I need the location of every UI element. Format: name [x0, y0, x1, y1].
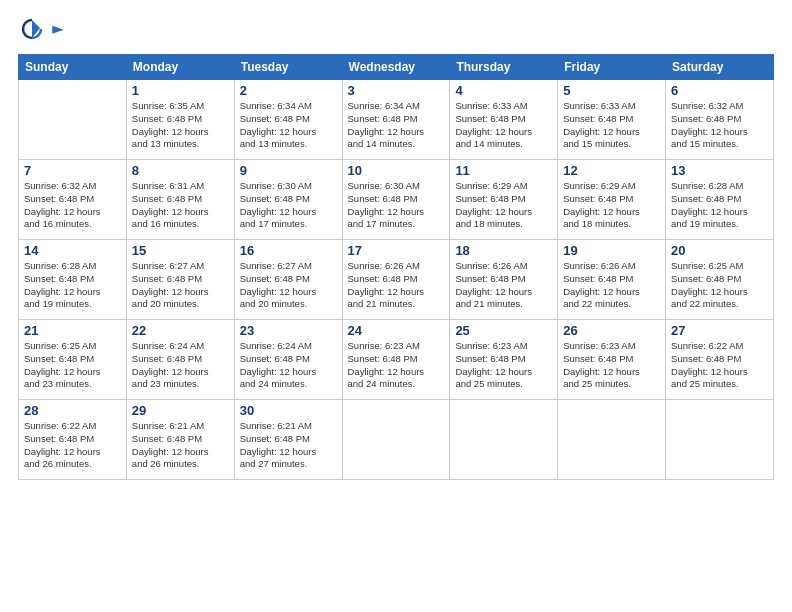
sunset-label: Sunset: 6:48 PM [240, 433, 310, 444]
weekday-header-wednesday: Wednesday [342, 55, 450, 80]
day-info: Sunrise: 6:28 AM Sunset: 6:48 PM Dayligh… [671, 180, 768, 231]
sunset-label: Sunset: 6:48 PM [455, 193, 525, 204]
day-number: 1 [132, 83, 229, 98]
calendar-cell: 24 Sunrise: 6:23 AM Sunset: 6:48 PM Dayl… [342, 320, 450, 400]
calendar-week-2: 7 Sunrise: 6:32 AM Sunset: 6:48 PM Dayli… [19, 160, 774, 240]
daylight-minutes: and 20 minutes. [132, 298, 200, 309]
daylight-minutes: and 13 minutes. [240, 138, 308, 149]
weekday-header-thursday: Thursday [450, 55, 558, 80]
calendar-cell: 13 Sunrise: 6:28 AM Sunset: 6:48 PM Dayl… [666, 160, 774, 240]
day-number: 29 [132, 403, 229, 418]
day-info: Sunrise: 6:27 AM Sunset: 6:48 PM Dayligh… [240, 260, 337, 311]
day-info: Sunrise: 6:32 AM Sunset: 6:48 PM Dayligh… [24, 180, 121, 231]
day-info: Sunrise: 6:33 AM Sunset: 6:48 PM Dayligh… [455, 100, 552, 151]
day-info: Sunrise: 6:33 AM Sunset: 6:48 PM Dayligh… [563, 100, 660, 151]
day-number: 5 [563, 83, 660, 98]
sunrise-label: Sunrise: 6:25 AM [24, 340, 96, 351]
day-number: 19 [563, 243, 660, 258]
daylight-label: Daylight: 12 hours [348, 286, 425, 297]
day-info: Sunrise: 6:23 AM Sunset: 6:48 PM Dayligh… [455, 340, 552, 391]
calendar-cell: 9 Sunrise: 6:30 AM Sunset: 6:48 PM Dayli… [234, 160, 342, 240]
day-number: 30 [240, 403, 337, 418]
day-info: Sunrise: 6:32 AM Sunset: 6:48 PM Dayligh… [671, 100, 768, 151]
daylight-minutes: and 14 minutes. [348, 138, 416, 149]
daylight-label: Daylight: 12 hours [132, 366, 209, 377]
calendar-cell: 20 Sunrise: 6:25 AM Sunset: 6:48 PM Dayl… [666, 240, 774, 320]
calendar-week-3: 14 Sunrise: 6:28 AM Sunset: 6:48 PM Dayl… [19, 240, 774, 320]
daylight-label: Daylight: 12 hours [348, 126, 425, 137]
sunset-label: Sunset: 6:48 PM [132, 193, 202, 204]
sunrise-label: Sunrise: 6:25 AM [671, 260, 743, 271]
day-info: Sunrise: 6:29 AM Sunset: 6:48 PM Dayligh… [563, 180, 660, 231]
sunset-label: Sunset: 6:48 PM [348, 113, 418, 124]
day-info: Sunrise: 6:26 AM Sunset: 6:48 PM Dayligh… [563, 260, 660, 311]
day-number: 27 [671, 323, 768, 338]
day-info: Sunrise: 6:34 AM Sunset: 6:48 PM Dayligh… [348, 100, 445, 151]
weekday-header-sunday: Sunday [19, 55, 127, 80]
sunset-label: Sunset: 6:48 PM [240, 273, 310, 284]
daylight-label: Daylight: 12 hours [24, 206, 101, 217]
sunset-label: Sunset: 6:48 PM [24, 353, 94, 364]
sunset-label: Sunset: 6:48 PM [563, 193, 633, 204]
calendar-cell: 23 Sunrise: 6:24 AM Sunset: 6:48 PM Dayl… [234, 320, 342, 400]
sunrise-label: Sunrise: 6:28 AM [671, 180, 743, 191]
day-info: Sunrise: 6:21 AM Sunset: 6:48 PM Dayligh… [240, 420, 337, 471]
calendar-cell: 4 Sunrise: 6:33 AM Sunset: 6:48 PM Dayli… [450, 80, 558, 160]
logo-icon [21, 18, 43, 40]
logo-flag-icon [49, 24, 67, 42]
calendar-week-5: 28 Sunrise: 6:22 AM Sunset: 6:48 PM Dayl… [19, 400, 774, 480]
calendar-cell: 30 Sunrise: 6:21 AM Sunset: 6:48 PM Dayl… [234, 400, 342, 480]
daylight-minutes: and 18 minutes. [563, 218, 631, 229]
daylight-label: Daylight: 12 hours [240, 446, 317, 457]
sunrise-label: Sunrise: 6:34 AM [240, 100, 312, 111]
day-info: Sunrise: 6:22 AM Sunset: 6:48 PM Dayligh… [24, 420, 121, 471]
calendar-cell: 17 Sunrise: 6:26 AM Sunset: 6:48 PM Dayl… [342, 240, 450, 320]
day-number: 17 [348, 243, 445, 258]
sunset-label: Sunset: 6:48 PM [240, 113, 310, 124]
day-info: Sunrise: 6:25 AM Sunset: 6:48 PM Dayligh… [24, 340, 121, 391]
daylight-label: Daylight: 12 hours [132, 126, 209, 137]
sunrise-label: Sunrise: 6:29 AM [563, 180, 635, 191]
daylight-minutes: and 18 minutes. [455, 218, 523, 229]
sunset-label: Sunset: 6:48 PM [455, 113, 525, 124]
day-number: 22 [132, 323, 229, 338]
daylight-label: Daylight: 12 hours [240, 286, 317, 297]
daylight-label: Daylight: 12 hours [240, 206, 317, 217]
day-number: 16 [240, 243, 337, 258]
day-number: 23 [240, 323, 337, 338]
calendar-cell: 14 Sunrise: 6:28 AM Sunset: 6:48 PM Dayl… [19, 240, 127, 320]
sunset-label: Sunset: 6:48 PM [132, 433, 202, 444]
daylight-minutes: and 24 minutes. [240, 378, 308, 389]
daylight-label: Daylight: 12 hours [348, 206, 425, 217]
daylight-minutes: and 22 minutes. [563, 298, 631, 309]
day-number: 15 [132, 243, 229, 258]
day-info: Sunrise: 6:25 AM Sunset: 6:48 PM Dayligh… [671, 260, 768, 311]
sunrise-label: Sunrise: 6:24 AM [240, 340, 312, 351]
daylight-minutes: and 17 minutes. [240, 218, 308, 229]
calendar-cell: 8 Sunrise: 6:31 AM Sunset: 6:48 PM Dayli… [126, 160, 234, 240]
weekday-header-row: SundayMondayTuesdayWednesdayThursdayFrid… [19, 55, 774, 80]
logo [18, 18, 43, 44]
sunrise-label: Sunrise: 6:24 AM [132, 340, 204, 351]
daylight-label: Daylight: 12 hours [240, 366, 317, 377]
day-number: 24 [348, 323, 445, 338]
sunset-label: Sunset: 6:48 PM [348, 193, 418, 204]
calendar-cell: 27 Sunrise: 6:22 AM Sunset: 6:48 PM Dayl… [666, 320, 774, 400]
sunset-label: Sunset: 6:48 PM [240, 353, 310, 364]
calendar-cell: 7 Sunrise: 6:32 AM Sunset: 6:48 PM Dayli… [19, 160, 127, 240]
sunset-label: Sunset: 6:48 PM [24, 273, 94, 284]
day-info: Sunrise: 6:27 AM Sunset: 6:48 PM Dayligh… [132, 260, 229, 311]
calendar-cell: 26 Sunrise: 6:23 AM Sunset: 6:48 PM Dayl… [558, 320, 666, 400]
sunset-label: Sunset: 6:48 PM [132, 353, 202, 364]
day-number: 9 [240, 163, 337, 178]
sunrise-label: Sunrise: 6:30 AM [240, 180, 312, 191]
sunset-label: Sunset: 6:48 PM [240, 193, 310, 204]
day-number: 3 [348, 83, 445, 98]
day-number: 25 [455, 323, 552, 338]
day-number: 7 [24, 163, 121, 178]
weekday-header-saturday: Saturday [666, 55, 774, 80]
calendar-cell [342, 400, 450, 480]
daylight-minutes: and 23 minutes. [132, 378, 200, 389]
sunrise-label: Sunrise: 6:27 AM [132, 260, 204, 271]
sunrise-label: Sunrise: 6:26 AM [348, 260, 420, 271]
